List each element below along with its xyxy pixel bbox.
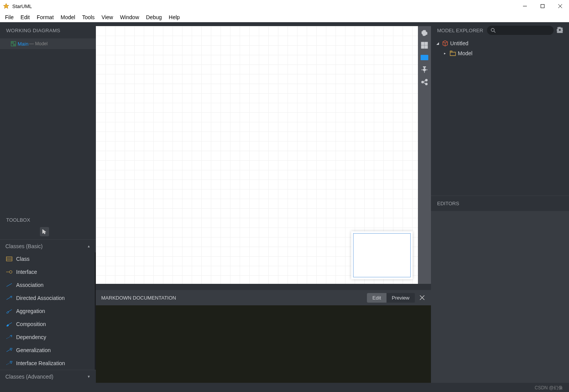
gear-icon[interactable] <box>557 27 564 34</box>
svg-rect-6 <box>12 42 13 43</box>
tool-label: Aggregation <box>16 308 45 314</box>
svg-line-28 <box>423 81 426 82</box>
markdown-tab-edit[interactable]: Edit <box>367 293 386 303</box>
generalization-icon <box>6 347 12 353</box>
model-explorer-title: MODEL EXPLORER <box>437 28 483 33</box>
tool-group-classes-advanced[interactable]: Classes (Advanced) ▼ <box>0 370 96 383</box>
tool-label: Dependency <box>16 334 46 340</box>
tool-label: Composition <box>16 321 46 327</box>
svg-rect-2 <box>541 5 544 8</box>
toolbox: TOOLBOX Classes (Basic) ▲ Class Interfac… <box>0 212 96 383</box>
target-icon[interactable] <box>421 66 428 74</box>
tool-interface[interactable]: Interface <box>0 265 95 278</box>
svg-rect-20 <box>421 42 424 45</box>
tree-node-untitled[interactable]: ◢ Untitled <box>436 38 565 48</box>
model-tree: ◢ Untitled ▸ Model <box>431 38 569 58</box>
composition-icon <box>6 321 12 327</box>
svg-line-19 <box>7 362 10 365</box>
markdown-panel: MARKDOWN DOCUMENTATION Edit Preview <box>96 287 431 383</box>
svg-line-15 <box>8 310 12 312</box>
realization-icon <box>6 360 12 366</box>
tool-dependency[interactable]: Dependency <box>0 331 95 344</box>
status-bar <box>0 383 569 392</box>
chevron-up-icon: ▲ <box>87 244 90 248</box>
app-icon <box>3 3 9 9</box>
svg-rect-21 <box>425 42 428 45</box>
menu-tools[interactable]: Tools <box>79 13 98 21</box>
diagram-icon <box>11 41 16 46</box>
expand-icon[interactable]: ◢ <box>436 41 440 45</box>
menu-debug[interactable]: Debug <box>143 13 165 21</box>
package-icon <box>450 50 456 56</box>
editors-header: EDITORS <box>431 196 569 211</box>
expand-icon[interactable]: ▸ <box>444 51 448 55</box>
svg-line-29 <box>423 82 426 84</box>
minimap[interactable] <box>351 231 413 279</box>
markdown-editor[interactable] <box>96 305 431 383</box>
menu-model[interactable]: Model <box>57 13 79 21</box>
center-panel: MARKDOWN DOCUMENTATION Edit Preview <box>96 22 431 383</box>
menu-format[interactable]: Format <box>33 13 57 21</box>
tool-association[interactable]: Association <box>0 278 95 292</box>
menu-window[interactable]: Window <box>117 13 143 21</box>
menu-edit[interactable]: Edit <box>17 13 33 21</box>
cube-icon <box>442 40 448 46</box>
svg-point-27 <box>426 83 428 85</box>
svg-point-12 <box>10 271 12 273</box>
left-panel: WORKING DIAGRAMS Main — Model TOOLBOX Cl… <box>0 22 96 383</box>
svg-marker-0 <box>3 3 9 8</box>
pointer-tool[interactable] <box>40 227 49 236</box>
diagram-view-icon[interactable] <box>421 41 428 49</box>
interface-icon <box>6 269 12 275</box>
share-icon[interactable] <box>421 78 428 86</box>
title-bar: StarUML <box>0 0 569 12</box>
tool-generalization[interactable]: Generalization <box>0 344 95 357</box>
tree-label: Untitled <box>450 40 468 46</box>
right-panel: MODEL EXPLORER ◢ Untitled ▸ Model EDITOR… <box>431 22 569 383</box>
svg-line-33 <box>494 31 495 33</box>
tool-label: Association <box>16 282 44 288</box>
tool-interface-realization[interactable]: Interface Realization <box>0 357 95 370</box>
menu-help[interactable]: Help <box>165 13 183 21</box>
tool-directed-association[interactable]: Directed Association <box>0 292 95 305</box>
app-title: StarUML <box>12 3 516 9</box>
tool-class[interactable]: Class <box>0 252 95 265</box>
menu-view[interactable]: View <box>98 13 117 21</box>
svg-rect-23 <box>425 46 428 48</box>
tool-group-title: Classes (Basic) <box>5 243 43 249</box>
aggregation-icon <box>6 308 12 314</box>
svg-rect-7 <box>13 44 15 45</box>
tool-group-classes-basic[interactable]: Classes (Basic) ▲ <box>0 239 96 252</box>
editors-body <box>431 211 569 383</box>
tool-label: Interface <box>16 269 37 275</box>
markdown-tab-preview[interactable]: Preview <box>386 293 415 303</box>
class-icon <box>6 256 12 262</box>
model-search-input[interactable] <box>487 26 554 35</box>
tool-aggregation[interactable]: Aggregation <box>0 305 95 318</box>
tool-composition[interactable]: Composition <box>0 318 95 331</box>
menu-bar: File Edit Format Model Tools View Window… <box>0 12 569 22</box>
svg-point-26 <box>426 79 428 81</box>
svg-point-25 <box>422 81 424 83</box>
svg-line-13 <box>7 283 12 287</box>
canvas-toolbar <box>418 26 431 284</box>
tool-group-title: Classes (Advanced) <box>5 374 53 380</box>
tool-label: Class <box>16 256 30 262</box>
minimize-button[interactable] <box>516 0 534 12</box>
tree-node-model[interactable]: ▸ Model <box>436 48 565 58</box>
markdown-close-icon[interactable] <box>419 294 426 301</box>
svg-line-18 <box>7 349 10 352</box>
markdown-icon[interactable] <box>421 54 428 61</box>
svg-rect-8 <box>7 257 12 261</box>
diagram-sub: — Model <box>29 41 48 46</box>
svg-line-16 <box>8 323 12 325</box>
maximize-button[interactable] <box>534 0 551 12</box>
close-button[interactable] <box>551 0 569 12</box>
markdown-title: MARKDOWN DOCUMENTATION <box>101 295 367 301</box>
tool-label: Directed Association <box>16 295 65 301</box>
chevron-down-icon: ▼ <box>87 375 90 379</box>
extension-icon[interactable] <box>421 29 428 37</box>
menu-file[interactable]: File <box>2 13 17 21</box>
svg-line-14 <box>7 297 11 300</box>
diagram-item-main[interactable]: Main — Model <box>0 38 96 49</box>
